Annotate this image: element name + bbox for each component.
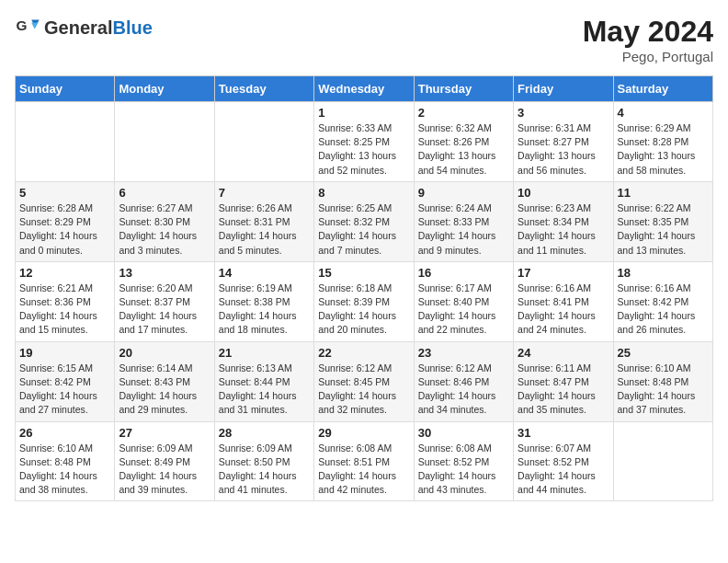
day-info-27: Sunrise: 6:09 AMSunset: 8:49 PMDaylight:… bbox=[119, 442, 210, 498]
calendar-day-16: 16Sunrise: 6:17 AMSunset: 8:40 PMDayligh… bbox=[414, 261, 513, 341]
calendar-day-12: 12Sunrise: 6:21 AMSunset: 8:36 PMDayligh… bbox=[16, 261, 115, 341]
day-number-12: 12 bbox=[19, 266, 110, 280]
day-info-17: Sunrise: 6:16 AMSunset: 8:41 PMDaylight:… bbox=[518, 282, 609, 338]
day-info-20: Sunrise: 6:14 AMSunset: 8:43 PMDaylight:… bbox=[119, 362, 210, 418]
calendar-body: 1Sunrise: 6:33 AMSunset: 8:25 PMDaylight… bbox=[16, 102, 713, 501]
calendar-day-6: 6Sunrise: 6:27 AMSunset: 8:30 PMDaylight… bbox=[115, 181, 214, 261]
day-number-27: 27 bbox=[119, 426, 210, 440]
day-number-1: 1 bbox=[318, 106, 409, 120]
day-number-3: 3 bbox=[518, 106, 609, 120]
day-info-14: Sunrise: 6:19 AMSunset: 8:38 PMDaylight:… bbox=[219, 282, 310, 338]
day-info-23: Sunrise: 6:12 AMSunset: 8:46 PMDaylight:… bbox=[418, 362, 509, 418]
day-info-12: Sunrise: 6:21 AMSunset: 8:36 PMDaylight:… bbox=[19, 282, 110, 338]
day-number-16: 16 bbox=[418, 266, 509, 280]
day-number-22: 22 bbox=[318, 346, 409, 360]
calendar-week-5: 26Sunrise: 6:10 AMSunset: 8:48 PMDayligh… bbox=[16, 421, 713, 501]
day-info-31: Sunrise: 6:07 AMSunset: 8:52 PMDaylight:… bbox=[518, 442, 609, 498]
day-info-26: Sunrise: 6:10 AMSunset: 8:48 PMDaylight:… bbox=[19, 442, 110, 498]
day-info-28: Sunrise: 6:09 AMSunset: 8:50 PMDaylight:… bbox=[219, 442, 310, 498]
weekday-header-monday: Monday bbox=[115, 76, 214, 102]
day-number-14: 14 bbox=[219, 266, 310, 280]
calendar-day-21: 21Sunrise: 6:13 AMSunset: 8:44 PMDayligh… bbox=[214, 341, 313, 421]
day-info-18: Sunrise: 6:16 AMSunset: 8:42 PMDaylight:… bbox=[618, 282, 709, 338]
calendar-day-2: 2Sunrise: 6:32 AMSunset: 8:26 PMDaylight… bbox=[414, 102, 513, 182]
calendar-day-1: 1Sunrise: 6:33 AMSunset: 8:25 PMDaylight… bbox=[314, 102, 414, 182]
day-info-24: Sunrise: 6:11 AMSunset: 8:47 PMDaylight:… bbox=[518, 362, 609, 418]
logo-text-blue: Blue bbox=[112, 17, 152, 38]
day-number-24: 24 bbox=[518, 346, 609, 360]
day-number-11: 11 bbox=[618, 186, 709, 200]
calendar-day-15: 15Sunrise: 6:18 AMSunset: 8:39 PMDayligh… bbox=[314, 261, 414, 341]
calendar-day-11: 11Sunrise: 6:22 AMSunset: 8:35 PMDayligh… bbox=[613, 181, 712, 261]
calendar-day-20: 20Sunrise: 6:14 AMSunset: 8:43 PMDayligh… bbox=[115, 341, 214, 421]
calendar-day-25: 25Sunrise: 6:10 AMSunset: 8:48 PMDayligh… bbox=[613, 341, 712, 421]
day-info-7: Sunrise: 6:26 AMSunset: 8:31 PMDaylight:… bbox=[219, 201, 310, 258]
day-info-4: Sunrise: 6:29 AMSunset: 8:28 PMDaylight:… bbox=[618, 121, 709, 178]
day-number-20: 20 bbox=[119, 346, 210, 360]
day-number-26: 26 bbox=[19, 426, 110, 440]
calendar-empty-cell bbox=[214, 102, 313, 182]
day-number-17: 17 bbox=[518, 266, 609, 280]
calendar-day-26: 26Sunrise: 6:10 AMSunset: 8:48 PMDayligh… bbox=[16, 421, 115, 501]
day-number-5: 5 bbox=[19, 186, 110, 200]
day-number-4: 4 bbox=[618, 106, 709, 120]
day-info-3: Sunrise: 6:31 AMSunset: 8:27 PMDaylight:… bbox=[518, 121, 609, 178]
day-info-21: Sunrise: 6:13 AMSunset: 8:44 PMDaylight:… bbox=[219, 362, 310, 418]
day-number-25: 25 bbox=[618, 346, 709, 360]
day-info-29: Sunrise: 6:08 AMSunset: 8:51 PMDaylight:… bbox=[318, 442, 409, 498]
day-number-30: 30 bbox=[418, 426, 509, 440]
day-number-29: 29 bbox=[318, 426, 409, 440]
day-info-5: Sunrise: 6:28 AMSunset: 8:29 PMDaylight:… bbox=[19, 201, 110, 258]
calendar-table: SundayMondayTuesdayWednesdayThursdayFrid… bbox=[15, 75, 713, 501]
calendar-empty-cell bbox=[115, 102, 214, 182]
logo-icon: G bbox=[15, 15, 40, 40]
day-number-31: 31 bbox=[518, 426, 609, 440]
calendar-day-22: 22Sunrise: 6:12 AMSunset: 8:45 PMDayligh… bbox=[314, 341, 414, 421]
calendar-day-24: 24Sunrise: 6:11 AMSunset: 8:47 PMDayligh… bbox=[514, 341, 613, 421]
weekday-header-friday: Friday bbox=[514, 76, 613, 102]
calendar-day-28: 28Sunrise: 6:09 AMSunset: 8:50 PMDayligh… bbox=[214, 421, 313, 501]
calendar-empty-cell bbox=[613, 421, 712, 501]
page-header: G GeneralBlue May 2024 Pego, Portugal bbox=[15, 15, 713, 64]
calendar-day-29: 29Sunrise: 6:08 AMSunset: 8:51 PMDayligh… bbox=[314, 421, 414, 501]
calendar-day-10: 10Sunrise: 6:23 AMSunset: 8:34 PMDayligh… bbox=[514, 181, 613, 261]
weekday-header-wednesday: Wednesday bbox=[314, 76, 414, 102]
day-number-21: 21 bbox=[219, 346, 310, 360]
day-info-1: Sunrise: 6:33 AMSunset: 8:25 PMDaylight:… bbox=[318, 121, 409, 178]
day-info-2: Sunrise: 6:32 AMSunset: 8:26 PMDaylight:… bbox=[418, 121, 509, 178]
calendar-day-31: 31Sunrise: 6:07 AMSunset: 8:52 PMDayligh… bbox=[514, 421, 613, 501]
day-number-8: 8 bbox=[318, 186, 409, 200]
logo-text-general: General bbox=[44, 17, 112, 38]
day-number-7: 7 bbox=[219, 186, 310, 200]
weekday-header-saturday: Saturday bbox=[613, 76, 712, 102]
day-number-2: 2 bbox=[418, 106, 509, 120]
calendar-empty-cell bbox=[16, 102, 115, 182]
day-number-10: 10 bbox=[518, 186, 609, 200]
day-info-10: Sunrise: 6:23 AMSunset: 8:34 PMDaylight:… bbox=[518, 201, 609, 258]
calendar-day-23: 23Sunrise: 6:12 AMSunset: 8:46 PMDayligh… bbox=[414, 341, 513, 421]
calendar-day-4: 4Sunrise: 6:29 AMSunset: 8:28 PMDaylight… bbox=[613, 102, 712, 182]
calendar-day-3: 3Sunrise: 6:31 AMSunset: 8:27 PMDaylight… bbox=[514, 102, 613, 182]
day-number-19: 19 bbox=[19, 346, 110, 360]
calendar-week-1: 1Sunrise: 6:33 AMSunset: 8:25 PMDaylight… bbox=[16, 102, 713, 182]
calendar-day-19: 19Sunrise: 6:15 AMSunset: 8:42 PMDayligh… bbox=[16, 341, 115, 421]
day-info-19: Sunrise: 6:15 AMSunset: 8:42 PMDaylight:… bbox=[19, 362, 110, 418]
day-info-13: Sunrise: 6:20 AMSunset: 8:37 PMDaylight:… bbox=[119, 282, 210, 338]
weekday-header-thursday: Thursday bbox=[414, 76, 513, 102]
calendar-day-27: 27Sunrise: 6:09 AMSunset: 8:49 PMDayligh… bbox=[115, 421, 214, 501]
calendar-day-9: 9Sunrise: 6:24 AMSunset: 8:33 PMDaylight… bbox=[414, 181, 513, 261]
calendar-day-17: 17Sunrise: 6:16 AMSunset: 8:41 PMDayligh… bbox=[514, 261, 613, 341]
calendar-week-3: 12Sunrise: 6:21 AMSunset: 8:36 PMDayligh… bbox=[16, 261, 713, 341]
day-info-9: Sunrise: 6:24 AMSunset: 8:33 PMDaylight:… bbox=[418, 201, 509, 258]
calendar-day-18: 18Sunrise: 6:16 AMSunset: 8:42 PMDayligh… bbox=[613, 261, 712, 341]
calendar-day-30: 30Sunrise: 6:08 AMSunset: 8:52 PMDayligh… bbox=[414, 421, 513, 501]
day-number-13: 13 bbox=[119, 266, 210, 280]
day-info-6: Sunrise: 6:27 AMSunset: 8:30 PMDaylight:… bbox=[119, 201, 210, 258]
weekday-header-row: SundayMondayTuesdayWednesdayThursdayFrid… bbox=[16, 76, 713, 102]
svg-text:G: G bbox=[16, 17, 27, 33]
location: Pego, Portugal bbox=[583, 49, 713, 64]
day-number-18: 18 bbox=[618, 266, 709, 280]
calendar-header: SundayMondayTuesdayWednesdayThursdayFrid… bbox=[16, 76, 713, 102]
calendar-day-14: 14Sunrise: 6:19 AMSunset: 8:38 PMDayligh… bbox=[214, 261, 313, 341]
day-info-30: Sunrise: 6:08 AMSunset: 8:52 PMDaylight:… bbox=[418, 442, 509, 498]
